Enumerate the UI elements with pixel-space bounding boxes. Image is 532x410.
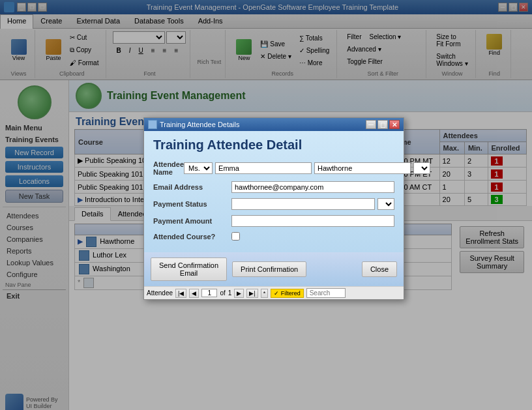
attendee-search-icon-2[interactable] (79, 250, 89, 261)
attendee-arrow-1[interactable]: ▶ (78, 237, 83, 245)
title-bar: _ □ □ Training Event Management - OpenGa… (0, 0, 532, 14)
new-task-btn[interactable]: New Task (5, 190, 63, 203)
modal-close-btn[interactable]: Close (362, 261, 397, 277)
italic-button[interactable]: I (126, 45, 134, 56)
modal-filter-badge[interactable]: ✓ Filtered (271, 289, 304, 298)
training-events-section: Training Events (3, 134, 66, 145)
new-record-button[interactable]: New (232, 37, 256, 64)
align-center-button[interactable]: ≡ (160, 45, 170, 56)
find-label: Find (488, 69, 500, 77)
totals-button[interactable]: ∑ Totals (296, 33, 332, 44)
nav-logo (18, 85, 52, 119)
tab-database-tools[interactable]: Database Tools (127, 14, 191, 28)
find-button[interactable]: Find (482, 31, 506, 59)
courses-nav-item[interactable]: Courses (3, 222, 66, 233)
modal-minimize-btn[interactable]: ─ (366, 120, 376, 129)
maximize-btn[interactable]: □ (38, 3, 47, 12)
size-to-fit-button[interactable]: Size toFit Form (433, 31, 471, 50)
training-attendee-modal: Training Attendee Details ─ ◻ ✕ Training… (143, 117, 404, 300)
window-label: Window (441, 69, 462, 77)
locations-nav-btn[interactable]: Locations (5, 175, 63, 187)
attendee-search-icon-new[interactable] (83, 278, 94, 288)
save-button[interactable]: 💾 Save (257, 38, 294, 50)
font-family-select[interactable] (113, 31, 165, 44)
restore-btn[interactable]: □ (27, 3, 37, 12)
window-close[interactable]: ✕ (519, 3, 528, 12)
delete-button[interactable]: ✕ Delete ▾ (257, 51, 294, 62)
companies-nav-item[interactable]: Companies (3, 233, 66, 245)
format-painter-button[interactable]: 🖌 Format (66, 57, 102, 68)
reports-nav-item[interactable]: Reports (3, 245, 66, 257)
attendee-first-input[interactable] (215, 162, 312, 174)
instructors-nav-btn[interactable]: Instructors (5, 161, 63, 173)
course-selector[interactable]: ▶ (78, 156, 83, 164)
tab-external-data[interactable]: External Data (69, 14, 127, 28)
attendee-last-input[interactable] (314, 162, 411, 174)
payment-amount-input[interactable] (231, 215, 394, 227)
modal-title-icon (148, 120, 157, 129)
attendees-nav-item[interactable]: Attendees (3, 210, 66, 222)
switch-windows-button[interactable]: SwitchWindows ▾ (433, 51, 471, 69)
paste-icon (46, 39, 61, 55)
tab-home[interactable]: Home (0, 14, 33, 29)
selection-button[interactable]: Selection ▾ (366, 31, 405, 42)
window-minimize[interactable]: ─ (498, 3, 507, 12)
survey-result-btn[interactable]: Survey ResultSummary (460, 251, 524, 273)
col-enrolled: Enrolled (488, 142, 526, 154)
font-size-select[interactable] (166, 31, 186, 44)
email-input[interactable] (231, 181, 394, 193)
payment-status-label: Payment Status (153, 200, 231, 208)
window-restore[interactable]: ◻ (509, 3, 518, 12)
align-right-button[interactable]: ≡ (171, 45, 181, 56)
toggle-filter-button[interactable]: Toggle Filter (344, 56, 385, 67)
modal-new-btn[interactable]: * (261, 289, 269, 298)
tab-add-ins[interactable]: Add-Ins (191, 14, 230, 28)
send-confirmation-btn[interactable]: Send Confirmation Email (151, 257, 227, 281)
expand-arrow[interactable]: ▶ (78, 196, 83, 203)
new-record-nav-btn[interactable]: New Record (5, 147, 63, 158)
refresh-enrollment-btn[interactable]: RefreshEnrollment Stats (460, 226, 524, 248)
tab-create[interactable]: Create (33, 14, 69, 28)
modal-restore-btn[interactable]: ◻ (377, 120, 388, 129)
view-icon (11, 39, 27, 55)
print-confirmation-btn[interactable]: Print Confirmation (232, 261, 306, 277)
exit-nav-item[interactable]: Exit (3, 290, 66, 302)
modal-search-input[interactable] (306, 288, 346, 298)
underline-button[interactable]: U (135, 45, 146, 56)
attendee-title-select[interactable]: Ms. Mr. Dr. (184, 162, 213, 174)
advanced-button[interactable]: Advanced ▾ (344, 44, 384, 55)
modal-first-btn[interactable]: |◀ (175, 289, 186, 298)
align-left-button[interactable]: ≡ (148, 45, 158, 56)
payment-status-input[interactable] (231, 198, 375, 210)
email-row: Email Address (153, 181, 394, 193)
modal-record-nav-bar: Attendee |◀ ◀ of 1 ▶ ▶| * ✓ Filtered (144, 286, 404, 299)
cut-button[interactable]: ✂ Cut (66, 32, 102, 43)
view-button[interactable]: View (7, 37, 31, 64)
modal-close-x-btn[interactable]: ✕ (389, 120, 400, 129)
attended-checkbox[interactable] (231, 232, 240, 241)
more-button[interactable]: ⋯ More (296, 57, 332, 68)
filter-button[interactable]: Filter (344, 31, 364, 42)
attendee-name-row: Attendee Name Ms. Mr. Dr. (153, 160, 394, 176)
payment-status-select[interactable] (377, 198, 394, 210)
font-label: Font (143, 69, 155, 77)
payment-amount-label: Payment Amount (153, 217, 231, 225)
configure-nav-item[interactable]: Configure (3, 269, 66, 280)
modal-prev-btn[interactable]: ◀ (189, 289, 199, 298)
lookup-values-nav-item[interactable]: Lookup Values (3, 257, 66, 269)
minimize-btn[interactable]: _ (17, 3, 26, 12)
bold-button[interactable]: B (113, 45, 124, 56)
attendee-search-icon-3[interactable] (79, 264, 89, 274)
modal-next-btn[interactable]: ▶ (234, 289, 244, 298)
paste-button[interactable]: Paste (42, 37, 65, 64)
copy-button[interactable]: ⧉ Copy (66, 44, 102, 56)
footer-text-1: Powered By (26, 396, 58, 403)
modal-record-input[interactable] (201, 289, 217, 297)
modal-last-btn[interactable]: ▶| (246, 289, 258, 298)
main-menu-section: Main Menu (3, 122, 66, 134)
details-tab[interactable]: Details (74, 207, 111, 221)
attendee-suffix-select[interactable] (413, 162, 430, 174)
attendee-search-icon-1[interactable] (86, 237, 96, 247)
spelling-button[interactable]: ✓ Spelling (296, 45, 332, 56)
window-title: Training Event Management - OpenGate Sof… (47, 3, 498, 11)
